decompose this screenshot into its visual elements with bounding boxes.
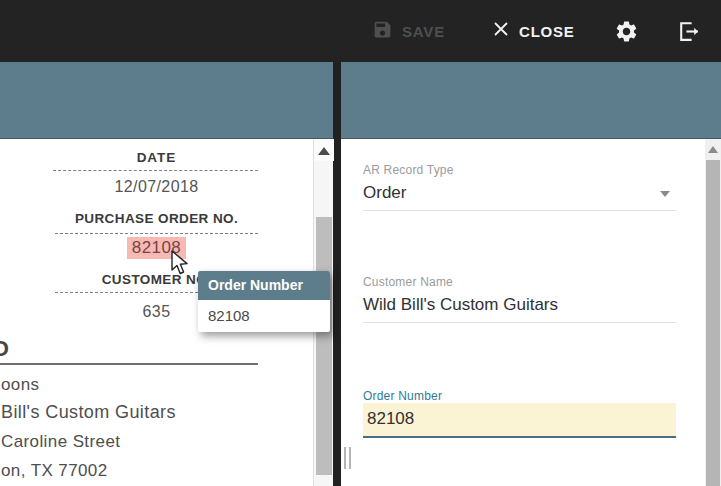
doc-separator-line [55,233,258,235]
mouse-cursor-icon [168,249,190,281]
tooltip-value: 82108 [198,300,330,332]
scroll-up-button[interactable] [705,139,721,159]
scrollbar-thumb[interactable] [316,217,332,475]
close-x-icon [492,20,510,42]
logout-icon [676,30,701,47]
doc-po-label: PURCHASE ORDER NO. [0,211,313,226]
field-ar-record-type: AR Record Type Order [363,163,676,211]
field-value-text: Wild Bill's Custom Guitars [363,295,558,314]
panel-scrollbar[interactable] [705,139,721,486]
save-icon [372,19,393,44]
index-fields-header: Index Fields [341,62,721,139]
doc-address-line: Bill's Custom Guitars [1,402,176,423]
field-label: Customer Name [363,275,676,289]
doc-address-line: Caroline Street [1,432,120,452]
field-label: AR Record Type [363,163,676,177]
arrow-up-icon [708,146,718,153]
settings-gear-icon [614,30,639,47]
doc-partial-letter: D [0,336,9,362]
order-number-input[interactable]: 82108 [363,403,676,438]
doc-po-value-wrap[interactable]: 82108 [0,237,313,259]
tooltip-title: Order Number [198,271,330,300]
top-bar: SAVE CLOSE [0,0,721,62]
field-customer-name: Customer Name Wild Bill's Custom Guitars [363,275,676,323]
doc-address-line: oons [1,375,39,395]
doc-address-line: on, TX 77002 [1,461,108,481]
index-fields-panel: AR Record Type Order Customer Name Wild … [341,139,721,486]
chevron-down-icon [660,191,670,197]
settings-button[interactable] [614,19,639,44]
logout-button[interactable] [676,19,701,44]
doc-date-value: 12/07/2018 [0,178,313,196]
save-label: SAVE [402,23,445,40]
arrow-up-icon [318,147,330,155]
scrollbar-thumb[interactable] [706,160,720,486]
doc-separator-line [0,363,258,365]
save-button[interactable]: SAVE [372,0,445,62]
app-window: SAVE CLOSE [0,0,721,486]
field-tooltip: Order Number 82108 [198,271,330,332]
customer-name-input[interactable]: Wild Bill's Custom Guitars [363,289,676,323]
panel-resize-handle[interactable] [344,447,354,471]
field-order-number: Order Number 82108 [363,389,676,438]
field-label: Order Number [363,389,676,403]
field-value-text: Order [363,183,406,202]
document-viewer-toolbar [0,62,333,139]
doc-separator-line [53,170,258,172]
close-button[interactable]: CLOSE [492,0,575,62]
close-label: CLOSE [519,23,575,40]
field-value-text: 82108 [367,409,414,428]
scroll-up-button[interactable] [314,139,334,161]
doc-date-label: DATE [0,150,313,165]
ar-record-type-dropdown[interactable]: Order [363,177,676,211]
pane-divider[interactable] [333,62,341,486]
